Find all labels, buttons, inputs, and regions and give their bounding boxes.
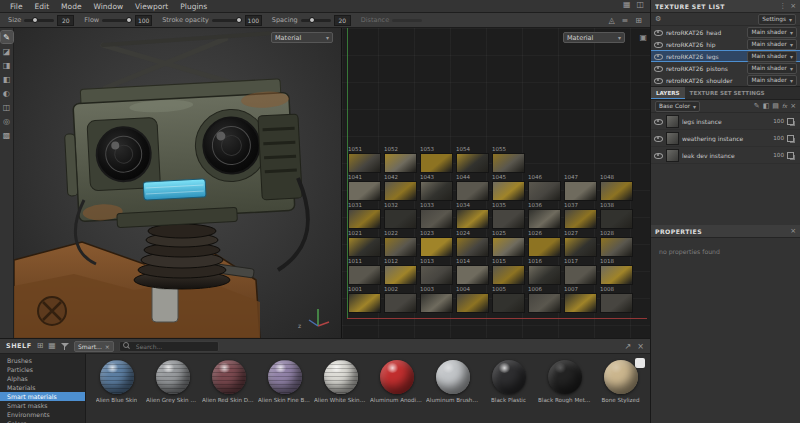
- view3d-shader-combo[interactable]: Material ▾: [271, 32, 333, 43]
- udim-tile[interactable]: 1017: [564, 258, 600, 286]
- udim-tile[interactable]: 1002: [384, 286, 420, 314]
- udim-tile[interactable]: 1055: [492, 146, 528, 174]
- tool-eraser-icon[interactable]: ◪: [1, 45, 13, 57]
- tool-clone-icon[interactable]: ◫: [1, 101, 13, 113]
- layer-row[interactable]: leak dev instance100: [651, 147, 800, 164]
- layer-row[interactable]: weathering instance100: [651, 130, 800, 147]
- grid-snap-icon[interactable]: ⊞: [635, 16, 642, 25]
- material-card[interactable]: Aluminum Anodized...: [370, 357, 423, 421]
- shader-combo[interactable]: Main shader▾: [747, 27, 797, 38]
- visibility-eye-icon[interactable]: [654, 64, 663, 73]
- visibility-eye-icon[interactable]: [654, 117, 663, 126]
- layer-row[interactable]: legs instance100: [651, 113, 800, 130]
- filter-chip[interactable]: Smart... ×: [74, 341, 114, 352]
- udim-tile[interactable]: 1024: [456, 230, 492, 258]
- shelf-category-smart-materials[interactable]: Smart materials: [0, 392, 85, 401]
- texture-set-row[interactable]: retroRKAT26_pistonsMain shader▾: [651, 62, 800, 74]
- material-card[interactable]: Aluminum Brushed...: [426, 357, 479, 421]
- tool-projection-icon[interactable]: ◨: [1, 59, 13, 71]
- shader-combo[interactable]: Main shader▾: [747, 75, 797, 86]
- udim-tile[interactable]: 1022: [384, 230, 420, 258]
- udim-tile[interactable]: 1021: [348, 230, 384, 258]
- filter-funnel-icon[interactable]: [61, 342, 69, 351]
- lazy-mouse-icon[interactable]: ≡: [622, 16, 629, 25]
- udim-tile[interactable]: 1025: [492, 230, 528, 258]
- visibility-eye-icon[interactable]: [654, 40, 663, 49]
- udim-tile[interactable]: 1037: [564, 202, 600, 230]
- udim-tile[interactable]: 1054: [456, 146, 492, 174]
- option-slider[interactable]: [212, 19, 242, 22]
- visibility-eye-icon[interactable]: [654, 134, 663, 143]
- shelf-category-environments[interactable]: Environments: [0, 410, 85, 419]
- udim-tile[interactable]: 1007: [564, 286, 600, 314]
- udim-tile[interactable]: 1053: [420, 146, 456, 174]
- udim-tile[interactable]: 1005: [492, 286, 528, 314]
- option-slider[interactable]: [301, 19, 331, 22]
- material-card[interactable]: Alien Grey Skin Bump: [146, 357, 199, 421]
- material-card[interactable]: Alien Blue Skin: [90, 357, 143, 421]
- layer-opacity-value[interactable]: 100: [773, 152, 784, 158]
- layer-opacity-value[interactable]: 100: [773, 118, 784, 124]
- udim-tile[interactable]: 1006: [528, 286, 564, 314]
- shelf-category-smart-masks[interactable]: Smart masks: [0, 401, 85, 410]
- udim-tile[interactable]: 1026: [528, 230, 564, 258]
- udim-tile[interactable]: 1011: [348, 258, 384, 286]
- menu-edit[interactable]: Edit: [29, 2, 56, 11]
- dock-window-icon[interactable]: ◫: [636, 1, 644, 9]
- duplicate-instance-icon[interactable]: [787, 118, 794, 125]
- settings-dropdown[interactable]: Settings ▾: [758, 14, 796, 25]
- slider-knob[interactable]: [126, 17, 132, 23]
- visibility-eye-icon[interactable]: [654, 28, 663, 37]
- slider-knob[interactable]: [32, 17, 38, 23]
- udim-tile[interactable]: 1046: [528, 174, 564, 202]
- udim-tile[interactable]: 1015: [492, 258, 528, 286]
- add-effect-icon[interactable]: fx: [782, 103, 787, 109]
- duplicate-instance-icon[interactable]: [787, 152, 794, 159]
- option-slider[interactable]: [24, 19, 54, 22]
- shelf-category-colors[interactable]: Colors: [0, 419, 85, 423]
- tool-smudge-icon[interactable]: ◐: [1, 87, 13, 99]
- udim-tile[interactable]: 1042: [384, 174, 420, 202]
- shelf-category-particles[interactable]: Particles: [0, 365, 85, 374]
- viewport-3d[interactable]: Material ▾ z: [14, 28, 341, 338]
- shader-combo[interactable]: Main shader▾: [747, 39, 797, 50]
- udim-tile[interactable]: 1041: [348, 174, 384, 202]
- udim-tile[interactable]: 1013: [420, 258, 456, 286]
- add-fill-layer-icon[interactable]: ◧: [763, 102, 770, 110]
- gear-icon[interactable]: ⚙: [655, 15, 661, 23]
- udim-tile[interactable]: 1036: [528, 202, 564, 230]
- slider-knob[interactable]: [236, 17, 242, 23]
- menu-mode[interactable]: Mode: [55, 2, 87, 11]
- texture-set-row[interactable]: retroRKAT26_legsMain shader▾: [651, 50, 800, 62]
- slider-knob[interactable]: [309, 17, 315, 23]
- udim-tile[interactable]: 1028: [600, 230, 636, 258]
- udim-tile[interactable]: 1052: [384, 146, 420, 174]
- udim-tile[interactable]: 1038: [600, 202, 636, 230]
- udim-tile[interactable]: 1018: [600, 258, 636, 286]
- search-box[interactable]: [119, 341, 219, 352]
- udim-tile[interactable]: 1031: [348, 202, 384, 230]
- close-shelf-icon[interactable]: ×: [637, 342, 644, 351]
- texture-set-row[interactable]: retroRKAT26_headMain shader▾: [651, 26, 800, 38]
- option-value[interactable]: 100: [245, 15, 262, 26]
- udim-tile[interactable]: 1032: [384, 202, 420, 230]
- material-card[interactable]: Alien White Skin Veined: [314, 357, 367, 421]
- chip-close-icon[interactable]: ×: [105, 343, 110, 350]
- layout-grid-icon[interactable]: ▦: [623, 1, 631, 9]
- texture-set-row[interactable]: retroRKAT26_shoulderMain shader▾: [651, 74, 800, 86]
- duplicate-instance-icon[interactable]: [787, 135, 794, 142]
- menu-viewport[interactable]: Viewport: [129, 2, 174, 11]
- tab-texture-set-settings[interactable]: TEXTURE SET SETTINGS: [685, 87, 770, 99]
- udim-tile[interactable]: 1045: [492, 174, 528, 202]
- udim-tile[interactable]: 1012: [384, 258, 420, 286]
- visibility-eye-icon[interactable]: [654, 52, 663, 61]
- expand-panel-icon[interactable]: ↗: [625, 342, 632, 351]
- shelf-category-alphas[interactable]: Alphas: [0, 374, 85, 383]
- channel-combo[interactable]: Base Color ▾: [655, 101, 700, 112]
- tab-layers[interactable]: LAYERS: [651, 87, 685, 99]
- view2d-shader-combo[interactable]: Material ▾: [563, 32, 625, 43]
- udim-tile[interactable]: 1003: [420, 286, 456, 314]
- add-folder-icon[interactable]: ▤: [772, 102, 779, 110]
- shader-combo[interactable]: Main shader▾: [747, 51, 797, 62]
- panel-menu-icon[interactable]: ⋮: [779, 2, 786, 10]
